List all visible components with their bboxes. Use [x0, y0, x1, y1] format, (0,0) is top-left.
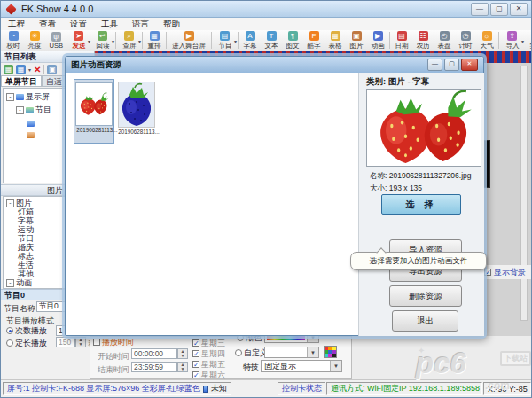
toolbar-separator	[115, 32, 116, 49]
toolbar-button-date[interactable]: ▤日期	[391, 31, 412, 51]
add-program-dropdown-icon[interactable]: ▾	[28, 66, 31, 73]
toolbar-button-weather[interactable]: ☼天气	[476, 31, 497, 51]
stage-screen-icon: ▶	[184, 31, 194, 41]
collapse-icon[interactable]: -	[6, 199, 14, 207]
vertical-scrollbar[interactable]	[520, 66, 528, 321]
toolbar-button-program[interactable]: ▤节目▾	[213, 31, 237, 51]
add-program-icon[interactable]: ▦	[16, 65, 26, 74]
dialog-close-button[interactable]: ✕	[461, 59, 478, 71]
preview-box	[366, 89, 481, 167]
play-time-checkbox[interactable]	[93, 339, 100, 346]
toolbar-button-graphic-text[interactable]: ¶图文	[282, 31, 303, 51]
program-dropdown-icon[interactable]: ▾	[234, 38, 237, 44]
checkbox-icon[interactable]: ✓	[192, 361, 200, 368]
radio-icon[interactable]	[6, 339, 13, 347]
radio-icon[interactable]	[6, 327, 13, 334]
dropdown-icon[interactable]: ▼	[330, 361, 341, 371]
coords-segment: X:-90 Y:-85	[483, 382, 531, 395]
preview-strawberries-image	[367, 90, 481, 166]
toolbar-button-import[interactable]: ⇪导入▾	[500, 31, 524, 51]
play-settings-panel: 播放时间 开始时间 ▲▼ 结束时间 ▲▼ ✓星期三 ✓星期四 ✓星期五 ✓星期六…	[90, 336, 352, 379]
fixed-length-radio[interactable]: 定长播放	[6, 339, 47, 347]
toolbar-button-usb[interactable]: ψUSB	[45, 32, 66, 50]
custom-color-combo[interactable]: ▼	[264, 347, 319, 358]
weekday-thursday[interactable]: ✓星期四	[192, 349, 225, 358]
maximize-button[interactable]: ▢	[490, 3, 508, 16]
timer-icon: ◷	[461, 31, 471, 41]
toolbar-button-rearrange[interactable]: ▦重排	[144, 31, 165, 51]
checkbox-icon[interactable]: ✓	[192, 371, 200, 378]
checkbox-icon[interactable]: ✓	[192, 350, 200, 357]
count-play-radio[interactable]: 次数播放	[6, 326, 47, 335]
usb-icon: ψ	[51, 32, 61, 42]
dialog-maximize-button[interactable]: ▢	[444, 59, 459, 71]
toolbar-button-clock-dial[interactable]: ◴表盘	[434, 31, 455, 51]
toolbar-button-screen-view[interactable]: ⌕查屏▾	[117, 31, 141, 51]
tab-adaptive[interactable]: 自适	[42, 75, 66, 86]
toolbar-button-stage-screen[interactable]: ▶进入舞台屏	[168, 31, 210, 51]
menu-view[interactable]: 查看	[32, 18, 63, 30]
toolbar-button-brightness[interactable]: ☀亮度	[24, 31, 45, 51]
collapse-icon[interactable]: -	[6, 279, 14, 287]
screen-view-dropdown-icon[interactable]: ▾	[138, 38, 141, 44]
toolbar-button-readback[interactable]: ↩回读▾	[90, 31, 114, 51]
toolbar-separator	[211, 32, 212, 49]
menu-tools[interactable]: 工具	[94, 18, 125, 30]
dropdown-icon[interactable]: ▼	[307, 347, 318, 357]
dialog-title: 图片动画资源	[71, 59, 121, 71]
weekday-wednesday[interactable]: ✓星期三	[192, 339, 225, 347]
show-background-option[interactable]: ✓ 显示背景	[482, 265, 532, 279]
start-time-spinner[interactable]: ▲▼	[177, 348, 188, 359]
toolbar-button-lunar[interactable]: ☷农历	[412, 31, 434, 51]
checkbox-icon[interactable]: ✓	[192, 339, 200, 347]
toolbar-button-animation[interactable]: ▶动画	[367, 31, 388, 51]
toolbar-button-send[interactable]: ➤发送▾	[66, 31, 90, 51]
toolbar-button-timing[interactable]: ◔校时	[3, 31, 24, 51]
menu-help[interactable]: 帮助	[156, 18, 187, 30]
menu-language[interactable]: 语言	[125, 18, 156, 30]
app-logo-icon	[5, 4, 16, 14]
fixed-length-input[interactable]	[56, 337, 75, 347]
thumbnail-filename: 201906281113...	[118, 129, 154, 134]
item-icon	[27, 121, 35, 127]
menu-project[interactable]: 工程	[1, 18, 32, 30]
delete-node-icon[interactable]: ✕	[34, 65, 41, 74]
custom-color-radio[interactable]: 自定义	[235, 348, 268, 357]
tab-single-screen[interactable]: 单屏节目	[1, 75, 42, 86]
select-button[interactable]: 选 择	[381, 194, 461, 215]
thumbnail-red-strawberry[interactable]: 201906281113...	[74, 79, 114, 144]
toolbar-button-table[interactable]: ▦表格	[325, 31, 346, 51]
menu-settings[interactable]: 设置	[63, 18, 94, 30]
collapse-icon[interactable]: -	[16, 106, 24, 114]
thumbnail-blue-strawberry[interactable]: 201906281113...	[116, 79, 157, 144]
screen-info-text: 屏号:1 控制卡:FK-688 显示屏:576×96 全彩屏-红绿蓝色	[7, 383, 200, 394]
effect-combo[interactable]: 固定显示 ▼	[261, 360, 342, 372]
weekday-friday[interactable]: ✓星期五	[192, 360, 225, 369]
toolbar-button-text[interactable]: T文本	[261, 31, 282, 51]
color-palette-button[interactable]	[324, 346, 337, 358]
refresh-icon[interactable]: ▣	[47, 65, 57, 74]
statusbar: 屏号:1 控制卡:FK-688 显示屏:576×96 全彩屏-红绿蓝色 未知 控…	[1, 379, 531, 398]
add-screen-icon[interactable]: ▦	[4, 65, 13, 74]
toolbar-button-picture[interactable]: ▣图片	[346, 31, 367, 51]
dialog-minimize-button[interactable]: —	[427, 59, 442, 71]
readback-dropdown-icon[interactable]: ▾	[112, 38, 114, 44]
show-background-checkbox[interactable]: ✓	[484, 269, 491, 276]
radio-icon[interactable]	[235, 349, 242, 356]
close-button[interactable]: ✕	[510, 3, 528, 16]
toolbar-button-subtitle[interactable]: A字幕	[239, 31, 261, 51]
delete-resource-button[interactable]: 删除资源	[389, 285, 462, 307]
minimize-button[interactable]: —	[471, 3, 489, 16]
play-time-checkbox-row[interactable]: 播放时间	[93, 338, 134, 347]
toolbar-button-realtime[interactable]: !实时▾	[524, 31, 532, 51]
collapse-icon[interactable]: -	[6, 93, 14, 101]
exit-button[interactable]: 退出	[392, 310, 458, 332]
import-icon: ⇪	[507, 31, 517, 41]
toolbar-button-timer[interactable]: ◷计时	[455, 31, 476, 51]
toolbar-button-cool-font[interactable]: F酷字	[303, 31, 325, 51]
start-time-input[interactable]	[131, 348, 177, 359]
end-time-spinner[interactable]: ▲▼	[177, 362, 188, 372]
weekday-saturday[interactable]: ✓星期六	[192, 371, 225, 379]
end-time-input[interactable]	[131, 362, 177, 372]
fixed-length-spinner[interactable]: ▲▼	[75, 337, 86, 347]
